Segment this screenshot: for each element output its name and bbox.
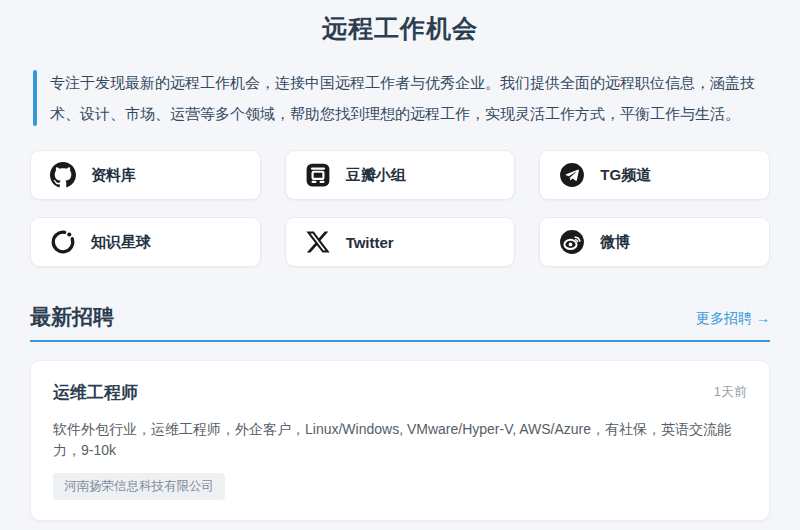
jobs-section-title: 最新招聘 [30, 303, 114, 331]
link-card-telegram-channel[interactable]: TG频道 [539, 150, 770, 200]
link-card-zhishixingqiu[interactable]: 知识星球 [30, 217, 261, 267]
link-card-label: 知识星球 [91, 233, 151, 252]
job-company-tag: 河南扬荣信息科技有限公司 [53, 473, 225, 500]
github-icon [50, 162, 76, 188]
link-card-repository[interactable]: 资料库 [30, 150, 261, 200]
job-card[interactable]: 运维工程师 1天前 软件外包行业，运维工程师，外企客户，Linux/Window… [30, 360, 770, 521]
link-card-label: 微博 [600, 233, 630, 252]
intro-blockquote: 专注于发现最新的远程工作机会，连接中国远程工作者与优秀企业。我们提供全面的远程职… [33, 67, 770, 129]
telegram-icon [559, 162, 585, 188]
job-list: 运维工程师 1天前 软件外包行业，运维工程师，外企客户，Linux/Window… [30, 360, 770, 530]
link-card-weibo[interactable]: 微博 [539, 217, 770, 267]
links-grid: 资料库 豆瓣小组 TG频道 知识星球 Twitter [30, 150, 770, 267]
jobs-section-header: 最新招聘 更多招聘 → [30, 303, 770, 342]
job-title[interactable]: 运维工程师 [53, 381, 138, 404]
page-title: 远程工作机会 [30, 0, 770, 45]
douban-icon [305, 162, 331, 188]
job-card-header: 运维工程师 1天前 [53, 381, 747, 404]
more-jobs-link[interactable]: 更多招聘 → [696, 310, 770, 331]
link-card-label: TG频道 [600, 166, 651, 185]
job-posted-time: 1天前 [714, 381, 747, 401]
job-description: 软件外包行业，运维工程师，外企客户，Linux/Windows, VMware/… [53, 419, 747, 461]
zhishixingqiu-icon [50, 229, 76, 255]
link-card-label: 豆瓣小组 [346, 166, 406, 185]
link-card-twitter[interactable]: Twitter [285, 217, 516, 267]
link-card-douban-group[interactable]: 豆瓣小组 [285, 150, 516, 200]
page-container: 远程工作机会 专注于发现最新的远程工作机会，连接中国远程工作者与优秀企业。我们提… [30, 0, 770, 530]
link-card-label: Twitter [346, 234, 394, 251]
weibo-icon [559, 229, 585, 255]
twitter-x-icon [305, 229, 331, 255]
link-card-label: 资料库 [91, 166, 136, 185]
